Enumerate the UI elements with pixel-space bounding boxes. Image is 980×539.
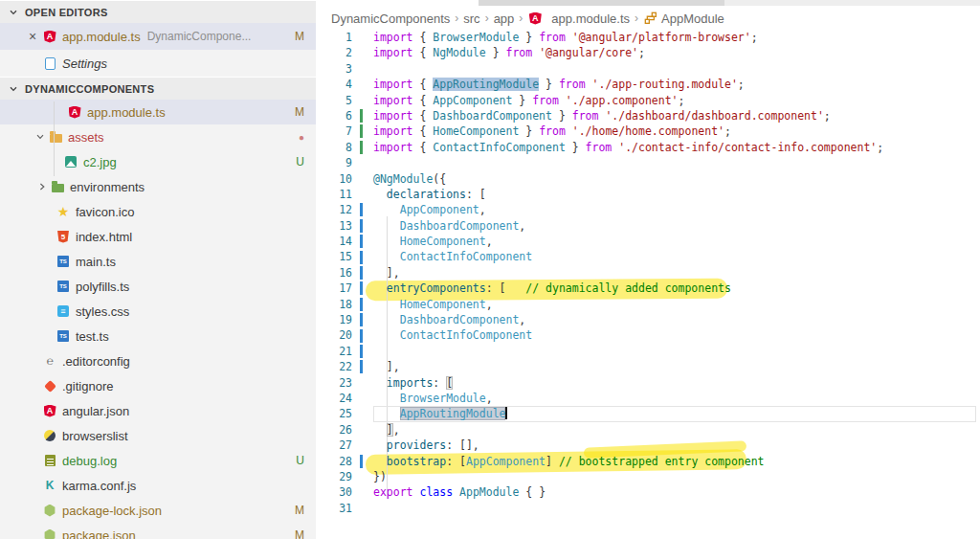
tree-item--gitignore[interactable]: .gitignore xyxy=(0,373,316,398)
tree-item-browserslist[interactable]: browserslist xyxy=(0,423,316,448)
code-line[interactable]: providers: [], xyxy=(373,438,976,453)
tree-item-styles-css[interactable]: ≡styles.css xyxy=(0,299,316,324)
ts-icon: TS xyxy=(56,328,71,344)
code-line[interactable]: ContactInfoComponent xyxy=(373,327,976,343)
code-line[interactable] xyxy=(373,155,976,170)
chevron-right-icon xyxy=(34,179,50,194)
code-line[interactable]: HomeComponent, xyxy=(373,297,976,312)
line-number: 21 xyxy=(316,344,352,359)
tree-item-label: app.module.ts xyxy=(87,105,166,120)
tree-item-test-ts[interactable]: TStest.ts xyxy=(0,324,316,348)
tree-indent-guide xyxy=(54,101,55,176)
project-title: DYNAMICCOMPONENTS xyxy=(25,83,154,95)
tree-item-karma-conf-js[interactable]: Kkarma.conf.js xyxy=(0,473,316,498)
code-line[interactable]: ], xyxy=(373,422,976,438)
code-line[interactable] xyxy=(373,344,976,359)
close-editor-icon[interactable]: × xyxy=(23,30,42,43)
image-icon xyxy=(63,154,78,169)
open-editor-item[interactable]: Settings xyxy=(0,50,316,77)
code-line[interactable]: import { HomeComponent } from './home/ho… xyxy=(373,124,976,139)
code-line[interactable]: }) xyxy=(373,469,976,484)
tree-item-environments[interactable]: environments xyxy=(0,174,316,199)
line-number: 28 xyxy=(316,454,352,469)
tree-item-favicon-ico[interactable]: ★favicon.ico xyxy=(0,199,316,224)
class-symbol-icon xyxy=(643,11,657,26)
line-number: 17 xyxy=(316,281,352,296)
problem-dot-badge: ● xyxy=(299,132,304,143)
code-line[interactable]: entryComponents: [ // dynamically added … xyxy=(373,281,976,296)
breadcrumb-item-src[interactable]: src xyxy=(463,11,479,26)
file-icon xyxy=(42,56,57,71)
line-number: 10 xyxy=(316,171,352,187)
code-line[interactable]: ], xyxy=(373,265,976,281)
open-editors-title: OPEN EDITORS xyxy=(25,7,108,18)
editor-item-description: DynamicCompone... xyxy=(147,30,252,43)
code-line[interactable]: imports: [ xyxy=(373,375,976,391)
code-line[interactable] xyxy=(373,501,976,516)
npm-icon xyxy=(42,503,57,518)
folder-orange-icon xyxy=(48,129,63,145)
code-line[interactable]: export class AppModule { } xyxy=(373,484,976,500)
tree-item-package-lock-json[interactable]: package-lock.jsonM xyxy=(0,498,316,523)
code-line[interactable]: ContactInfoComponent xyxy=(373,249,976,264)
code-line[interactable]: AppRoutingModule xyxy=(373,406,976,421)
code-line[interactable]: BrowserModule, xyxy=(373,391,976,406)
editor-item-label: app.module.ts xyxy=(62,30,141,44)
angular-icon: A xyxy=(527,11,543,26)
code-line[interactable]: import { AppRoutingModule } from './app-… xyxy=(373,77,976,92)
tree-item-c2-jpg[interactable]: c2.jpgU xyxy=(0,149,316,174)
open-editor-item[interactable]: ×Aapp.module.tsDynamicCompone...M xyxy=(0,23,316,50)
line-number: 2 xyxy=(316,45,352,60)
tree-item-angular-json[interactable]: Aangular.json xyxy=(0,398,316,423)
tree-item--editorconfig[interactable]: ℮.editorconfig xyxy=(0,348,316,373)
line-number: 24 xyxy=(316,391,352,406)
tree-item-polyfills-ts[interactable]: TSpolyfills.ts xyxy=(0,274,316,299)
tree-item-label: c2.jpg xyxy=(83,155,117,169)
line-number: 26 xyxy=(316,422,352,438)
line-number-gutter: 1234567891011121314151617181920212223242… xyxy=(316,30,352,516)
breadcrumb-item-dynamiccomponents[interactable]: DynamicComponents xyxy=(331,11,450,26)
tree-item-debug-log[interactable]: debug.logU xyxy=(0,448,316,473)
tree-item-label: test.ts xyxy=(76,329,109,344)
tree-item-index-html[interactable]: 5index.html xyxy=(0,224,316,249)
code-line[interactable]: AppComponent, xyxy=(373,202,976,217)
code-line[interactable]: import { DashboardComponent } from './da… xyxy=(373,108,976,124)
tree-item-app-module-ts[interactable]: Aapp.module.tsM xyxy=(0,100,316,124)
project-section-header[interactable]: DYNAMICCOMPONENTS xyxy=(0,77,316,100)
gutter-modified-bar xyxy=(360,281,363,295)
tree-item-assets[interactable]: assets● xyxy=(0,124,316,149)
line-number: 30 xyxy=(316,484,352,500)
tree-item-package-json[interactable]: package.jsonM xyxy=(0,523,316,539)
code-line[interactable]: import { NgModule } from '@angular/core'… xyxy=(373,45,976,60)
breadcrumb-item-app-module-ts[interactable]: Aapp.module.ts xyxy=(527,11,630,26)
git-status-badge: M xyxy=(295,528,304,539)
code-editor[interactable]: 1234567891011121314151617181920212223242… xyxy=(316,30,980,539)
code-line[interactable] xyxy=(373,61,976,77)
line-number: 8 xyxy=(316,140,352,155)
code-line[interactable]: import { AppComponent } from './app.comp… xyxy=(373,93,976,108)
code-line[interactable]: import { BrowserModule } from '@angular/… xyxy=(373,30,976,45)
code-line[interactable]: declarations: [ xyxy=(373,187,976,202)
code-line[interactable]: ], xyxy=(373,359,976,374)
code-line[interactable]: import { ContactInfoComponent } from './… xyxy=(373,140,976,155)
line-number: 29 xyxy=(316,469,352,484)
gutter-modified-bar xyxy=(360,329,363,343)
tree-item-main-ts[interactable]: TSmain.ts xyxy=(0,249,316,274)
breadcrumb-item-appmodule[interactable]: AppModule xyxy=(643,11,724,26)
code-line[interactable]: DashboardComponent, xyxy=(373,312,976,327)
breadcrumb-item-app[interactable]: app xyxy=(494,11,515,26)
breadcrumb-separator: › xyxy=(453,11,460,25)
line-number: 11 xyxy=(316,187,352,202)
line-number: 20 xyxy=(316,327,352,343)
line-number: 9 xyxy=(316,155,352,170)
tree-item-label: package-lock.json xyxy=(62,504,162,518)
code-line[interactable]: bootstrap: [AppComponent] // bootstrappe… xyxy=(373,454,976,469)
code-line[interactable]: DashboardComponent, xyxy=(373,218,976,234)
tree-item-label: favicon.ico xyxy=(76,205,134,219)
line-number: 18 xyxy=(316,297,352,312)
code-line[interactable]: HomeComponent, xyxy=(373,234,976,249)
open-editors-list: ×Aapp.module.tsDynamicCompone...MSetting… xyxy=(0,23,316,77)
open-editors-section-header[interactable]: OPEN EDITORS xyxy=(0,0,316,23)
gutter-modified-bar xyxy=(360,360,363,373)
code-line[interactable]: @NgModule({ xyxy=(373,171,976,187)
